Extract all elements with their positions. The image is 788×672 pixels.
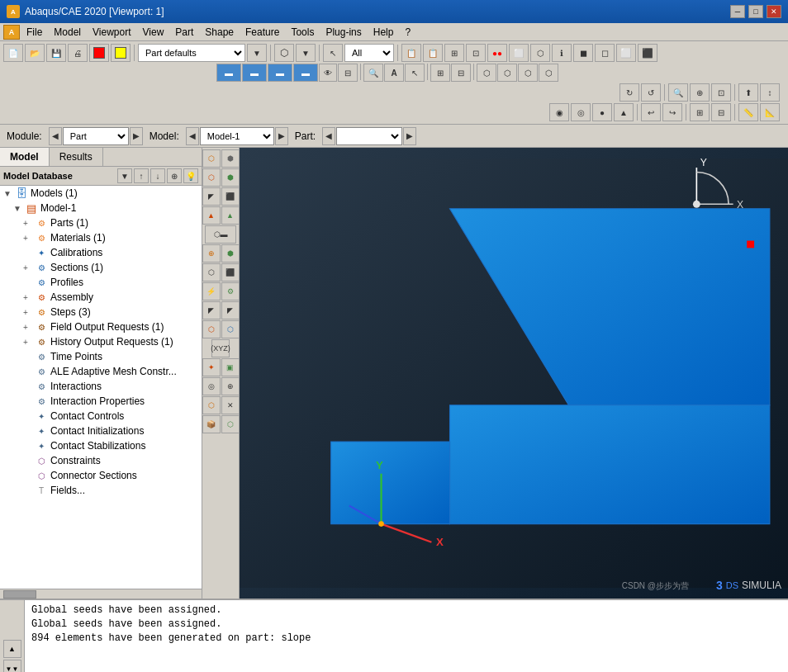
3d-btn1[interactable]: ⬡ — [477, 64, 496, 82]
vs-tool9[interactable]: ⬡▬ — [205, 225, 236, 244]
vs-tool13[interactable]: ⬛ — [221, 263, 240, 282]
menu-help[interactable]: Help — [368, 25, 399, 40]
view-btn5[interactable]: 👁 — [319, 64, 337, 82]
module-next[interactable]: ▶ — [130, 127, 143, 145]
tb-icon-d[interactable]: ⊡ — [466, 44, 486, 62]
open-button[interactable]: 📂 — [25, 44, 45, 62]
vs-tool7[interactable]: ▲ — [202, 206, 221, 225]
h-scroll-thumb[interactable] — [3, 590, 36, 599]
3d-btn3[interactable]: ⬡ — [518, 64, 538, 82]
cube2[interactable]: ◻ — [595, 44, 615, 62]
text-btn[interactable]: A — [384, 64, 404, 82]
tree-item-contact-init[interactable]: + ✦ Contact Initializations — [0, 424, 202, 438]
undo-btn[interactable]: ↩ — [641, 103, 661, 121]
vs-tool25[interactable]: ⬡ — [202, 396, 221, 414]
minimize-button[interactable]: ─ — [730, 5, 745, 18]
panel-btn4[interactable]: ⊕ — [167, 168, 182, 183]
tree-item-sections[interactable]: + ⚙ Sections (1) — [0, 260, 202, 275]
vs-tool22[interactable]: ▣ — [221, 358, 240, 376]
disp-btn2[interactable]: ◎ — [571, 103, 591, 121]
vs-tool5[interactable]: ◤ — [202, 187, 221, 206]
cube1[interactable]: ◼ — [573, 44, 593, 62]
app-menu-icon[interactable]: A — [3, 25, 20, 40]
color2-button[interactable] — [111, 44, 131, 62]
vs-tool12[interactable]: ⬡ — [202, 263, 221, 282]
vs-tool23[interactable]: ◎ — [202, 377, 221, 395]
panel-btn2[interactable]: ↑ — [134, 168, 149, 183]
redo-btn[interactable]: ↪ — [662, 103, 682, 121]
tree-item-profiles[interactable]: + ⚙ Profiles — [0, 275, 202, 290]
3d-btn2[interactable]: ⬡ — [497, 64, 517, 82]
view-btn4[interactable]: ▬ — [293, 64, 318, 82]
part-combo[interactable] — [336, 127, 402, 145]
menu-question[interactable]: ? — [400, 25, 415, 40]
menu-view[interactable]: View — [138, 25, 169, 40]
vs-tool15[interactable]: ⚙ — [221, 282, 240, 301]
part-combo-arrow[interactable]: ▼ — [247, 44, 267, 62]
nav-btn5[interactable]: ⊡ — [711, 83, 731, 102]
tree-item-parts[interactable]: + ⚙ Parts (1) — [0, 215, 202, 230]
print-button[interactable]: 🖨 — [68, 44, 88, 62]
vs-tool27[interactable]: 📦 — [202, 415, 221, 433]
vs-tool28[interactable]: ⬡ — [221, 415, 240, 433]
tree-item-interaction-props[interactable]: + ⚙ Interaction Properties — [0, 394, 202, 409]
tree-item-fields[interactable]: + T Fields... — [0, 483, 202, 498]
view-btn2[interactable]: ▬ — [242, 64, 267, 82]
disp-btn4[interactable]: ▲ — [614, 103, 634, 121]
tb-icon-a[interactable]: 📋 — [401, 44, 421, 62]
menu-shape[interactable]: Shape — [200, 25, 239, 40]
vs-tool16[interactable]: ◤ — [202, 301, 221, 319]
grid-btn1[interactable]: ⊞ — [430, 64, 450, 82]
shape3d-btn2[interactable]: ▼ — [296, 44, 316, 62]
ruler-btn2[interactable]: 📐 — [760, 103, 780, 121]
part-prev[interactable]: ◀ — [322, 127, 335, 145]
part-next[interactable]: ▶ — [403, 127, 416, 145]
module-combo[interactable]: Part — [63, 127, 129, 145]
panel-btn5[interactable]: 💡 — [183, 168, 198, 183]
vs-tool10[interactable]: ⊕ — [202, 244, 221, 263]
menu-tools[interactable]: Tools — [286, 25, 319, 40]
mesh-btn1[interactable]: ⊞ — [690, 103, 710, 121]
panel-btn1[interactable]: ▼ — [117, 168, 132, 183]
tree-item-contact-controls[interactable]: + ✦ Contact Controls — [0, 409, 202, 424]
vs-tool1[interactable]: ⬡ — [202, 149, 221, 168]
tb-icon-f[interactable]: ⬜ — [509, 44, 529, 62]
new-button[interactable]: 📄 — [3, 44, 23, 62]
menu-part[interactable]: Part — [170, 25, 198, 40]
view-btn6[interactable]: ⊟ — [338, 64, 358, 82]
console-btn-up[interactable]: ▲ — [3, 640, 21, 658]
nav-btn4[interactable]: ⊕ — [690, 83, 710, 102]
grid-btn2[interactable]: ⊟ — [451, 64, 471, 82]
vs-tool4[interactable]: ⬢ — [221, 168, 240, 187]
tree-item-connector-sections[interactable]: + ⬡ Connector Sections — [0, 468, 202, 483]
vs-tool20[interactable]: (XYZ) — [211, 339, 230, 357]
tb-icon-c[interactable]: ⊞ — [444, 44, 464, 62]
vs-tool6[interactable]: ⬛ — [221, 187, 240, 206]
tree-item-assembly[interactable]: + ⚙ Assembly — [0, 290, 202, 305]
disp-btn1[interactable]: ◉ — [549, 103, 569, 121]
cursor-btn[interactable]: ↖ — [323, 44, 343, 62]
part-defaults-combo[interactable]: Part defaults — [138, 44, 245, 62]
view-btn1[interactable]: ▬ — [216, 64, 241, 82]
vs-tool21[interactable]: ✦ — [202, 358, 221, 376]
module-prev[interactable]: ◀ — [49, 127, 62, 145]
vs-tool19[interactable]: ⬡ — [221, 320, 240, 338]
tb-icon-b[interactable]: 📋 — [423, 44, 443, 62]
nav-btn1[interactable]: ↻ — [619, 83, 639, 102]
vs-tool26[interactable]: ✕ — [221, 396, 240, 414]
nav-btn3[interactable]: 🔍 — [668, 83, 688, 102]
menu-model[interactable]: Model — [49, 25, 86, 40]
cursor2-btn[interactable]: ↖ — [405, 64, 425, 82]
tree-item-history-output[interactable]: + ⚙ History Output Requests (1) — [0, 334, 202, 349]
tree-item-constraints[interactable]: + ⬡ Constraints — [0, 453, 202, 468]
tree-item-model1[interactable]: ▼ ▤ Model-1 — [0, 201, 202, 215]
mesh-btn2[interactable]: ⊟ — [711, 103, 731, 121]
vs-tool3[interactable]: ⬡ — [202, 168, 221, 187]
tree-item-calibrations[interactable]: + ✦ Calibrations — [0, 245, 202, 260]
menu-file[interactable]: File — [21, 25, 47, 40]
tab-results[interactable]: Results — [50, 148, 103, 166]
tab-model[interactable]: Model — [0, 148, 50, 166]
vs-tool24[interactable]: ⊕ — [221, 377, 240, 395]
save-button[interactable]: 💾 — [46, 44, 66, 62]
console-btn-down[interactable]: ▼▼ — [3, 660, 21, 672]
